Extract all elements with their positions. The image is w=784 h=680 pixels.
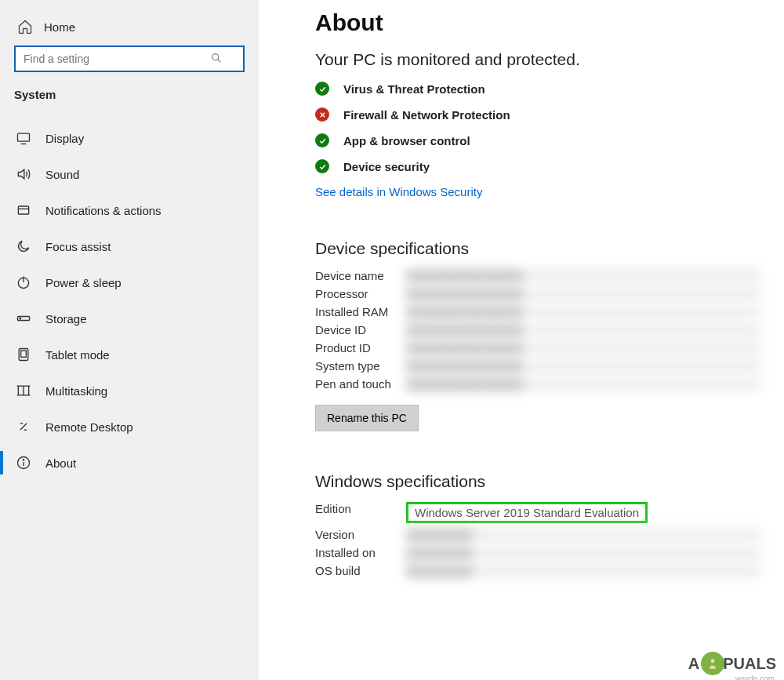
search-icon <box>210 52 223 64</box>
windows-specs-section: Windows specifications Edition Windows S… <box>315 472 760 577</box>
check-circle-icon <box>315 159 329 173</box>
spec-value-redacted: ██████████████ <box>406 323 760 336</box>
sidebar-item-notifications-actions[interactable]: Notifications & actions <box>0 192 259 228</box>
device-specs-table: Device name██████████████Processor██████… <box>315 269 760 391</box>
page-title: About <box>315 9 760 36</box>
sidebar-item-sound[interactable]: Sound <box>0 156 259 192</box>
spec-value-redacted: ████████ <box>406 564 760 577</box>
info-icon <box>16 455 31 471</box>
spec-label: Device ID <box>315 323 406 336</box>
sidebar-item-tablet-mode[interactable]: Tablet mode <box>0 336 259 373</box>
windows-specs-title: Windows specifications <box>315 472 760 491</box>
check-circle-icon <box>315 82 329 96</box>
spec-value-redacted: ██████████████ <box>406 269 760 282</box>
home-icon <box>17 19 33 35</box>
protection-section: Your PC is monitored and protected. Viru… <box>315 50 760 198</box>
sidebar-item-remote-desktop[interactable]: Remote Desktop <box>0 409 259 445</box>
search-wrap <box>0 45 259 85</box>
home-nav[interactable]: Home <box>0 14 259 45</box>
sidebar-item-label: Focus assist <box>45 240 111 253</box>
svg-line-1 <box>218 60 221 63</box>
protection-item: App & browser control <box>315 133 760 147</box>
spec-label: Version <box>315 528 406 541</box>
watermark-text-a: A <box>688 655 699 673</box>
spec-value-redacted: ████████ <box>406 528 760 541</box>
spec-value-redacted: ██████████████ <box>406 287 760 300</box>
protection-label: Virus & Threat Protection <box>343 82 485 96</box>
sidebar-item-focus-assist[interactable]: Focus assist <box>0 228 259 264</box>
device-specs-section: Device specifications Device name███████… <box>315 239 760 431</box>
svg-rect-11 <box>21 351 27 357</box>
spec-label: Pen and touch <box>315 377 406 391</box>
sidebar-item-about[interactable]: About <box>0 445 259 481</box>
moon-icon <box>16 238 31 254</box>
edition-label: Edition <box>315 502 406 523</box>
spec-label: Processor <box>315 287 406 300</box>
svg-point-19 <box>23 460 24 460</box>
spec-label: System type <box>315 359 406 373</box>
sidebar-item-storage[interactable]: Storage <box>0 300 259 336</box>
main-content: About Your PC is monitored and protected… <box>259 0 784 680</box>
sound-icon <box>16 166 31 182</box>
power-icon <box>16 275 31 290</box>
sidebar-item-label: Remote Desktop <box>45 420 133 434</box>
protection-label: App & browser control <box>343 134 470 147</box>
sidebar-item-power-sleep[interactable]: Power & sleep <box>0 264 259 300</box>
edition-value-wrap: Windows Server 2019 Standard Evaluation <box>406 502 760 523</box>
multitask-icon <box>16 383 31 398</box>
notifications-icon <box>16 202 31 218</box>
sidebar-item-label: Display <box>45 132 84 145</box>
sidebar-item-label: Multitasking <box>45 384 107 398</box>
settings-window: Home System DisplaySoundNotifications & … <box>0 0 784 680</box>
spec-value-redacted: ████████ <box>406 546 760 559</box>
check-circle-icon <box>315 133 329 147</box>
svg-point-9 <box>20 318 21 319</box>
spec-value-redacted: ██████████████ <box>406 305 760 318</box>
sidebar-item-label: Notifications & actions <box>45 204 162 217</box>
error-circle-icon <box>315 107 329 122</box>
windows-specs-table: Edition Windows Server 2019 Standard Eva… <box>315 502 760 577</box>
protection-label: Device security <box>343 160 430 173</box>
device-specs-title: Device specifications <box>315 239 760 258</box>
sidebar-nav: DisplaySoundNotifications & actionsFocus… <box>0 120 259 481</box>
spec-label: Installed on <box>315 546 406 559</box>
protection-label: Firewall & Network Protection <box>343 108 510 122</box>
spec-label: OS build <box>315 564 406 577</box>
svg-rect-4 <box>18 206 28 214</box>
svg-rect-2 <box>18 133 30 141</box>
spec-value-redacted: ██████████████ <box>406 341 760 355</box>
sidebar-item-label: About <box>45 456 76 470</box>
edition-value-highlight: Windows Server 2019 Standard Evaluation <box>406 502 648 523</box>
spec-label: Product ID <box>315 341 406 355</box>
storage-icon <box>16 311 31 326</box>
display-icon <box>16 130 31 146</box>
protection-item: Virus & Threat Protection <box>315 82 760 96</box>
spec-label: Installed RAM <box>315 305 406 318</box>
spec-label: Device name <box>315 269 406 282</box>
remote-icon <box>16 419 31 435</box>
spec-value-redacted: ██████████████ <box>406 359 760 373</box>
svg-point-22 <box>711 659 715 663</box>
sidebar-item-multitasking[interactable]: Multitasking <box>0 373 259 409</box>
spec-value-redacted: ██████████████ <box>406 377 760 391</box>
sidebar-item-display[interactable]: Display <box>0 120 259 156</box>
sidebar-item-label: Power & sleep <box>45 276 122 289</box>
sidebar: Home System DisplaySoundNotifications & … <box>0 0 259 680</box>
sidebar-item-label: Sound <box>45 168 79 181</box>
category-header: System <box>0 85 259 109</box>
home-label: Home <box>44 20 75 34</box>
protection-subtitle: Your PC is monitored and protected. <box>315 50 760 69</box>
watermark-sub: wsxdn.com <box>735 675 775 680</box>
sidebar-item-label: Storage <box>45 312 87 325</box>
watermark-text-b: PUALS <box>723 655 776 673</box>
watermark-avatar-icon <box>701 652 724 675</box>
protection-item: Device security <box>315 159 760 173</box>
sidebar-item-label: Tablet mode <box>45 348 110 362</box>
protection-list: Virus & Threat ProtectionFirewall & Netw… <box>315 82 760 173</box>
watermark-logo: A PUALS <box>688 652 776 675</box>
rename-pc-button[interactable]: Rename this PC <box>315 405 419 431</box>
tablet-icon <box>16 347 31 362</box>
protection-item: Firewall & Network Protection <box>315 107 760 122</box>
svg-point-0 <box>212 54 219 60</box>
security-details-link[interactable]: See details in Windows Security <box>315 185 760 198</box>
